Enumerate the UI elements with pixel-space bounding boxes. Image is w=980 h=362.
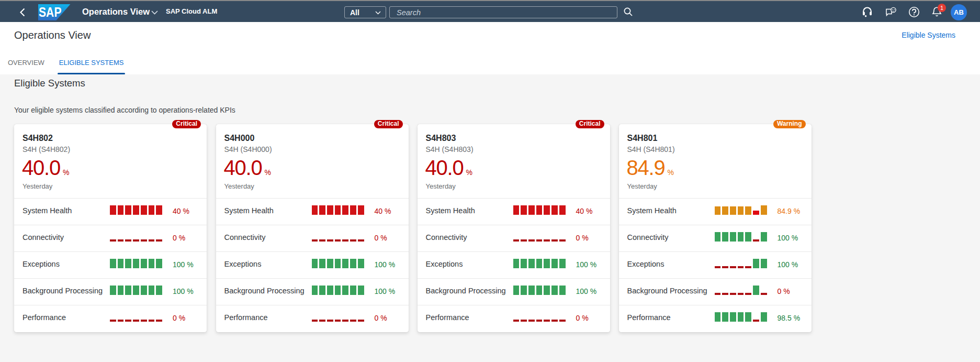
svg-text:SAP: SAP <box>39 4 62 20</box>
